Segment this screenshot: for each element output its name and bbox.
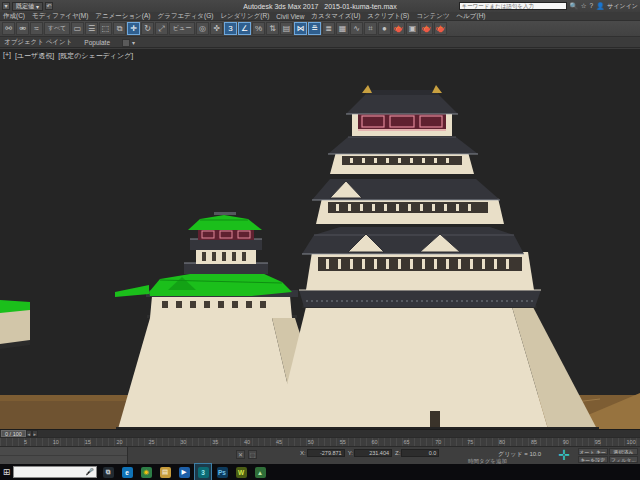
- selection-lock-icon[interactable]: ✕: [236, 450, 245, 459]
- menu-item[interactable]: スクリプト(S): [367, 12, 409, 21]
- movies-app-icon[interactable]: ▶: [176, 464, 192, 480]
- align-icon[interactable]: ≞: [308, 22, 321, 35]
- menu-item[interactable]: カスタマイズ(U): [311, 12, 360, 21]
- menu-item[interactable]: 作成(C): [3, 12, 25, 21]
- mirror-icon[interactable]: ⋈: [294, 22, 307, 35]
- crossing-selection-icon[interactable]: ⧉: [113, 22, 126, 35]
- taskbar-search-input[interactable]: 🎤: [13, 466, 97, 478]
- menu-item[interactable]: モディファイヤ(M): [32, 12, 88, 21]
- viewport[interactable]: [+] [ユーザ透視] [既定のシェーディング]: [0, 49, 640, 429]
- render-iterative-icon[interactable]: 🫖: [434, 22, 447, 35]
- layer-manager-icon[interactable]: ≣: [322, 22, 335, 35]
- select-and-link-icon[interactable]: ⚯: [2, 22, 15, 35]
- schematic-view-icon[interactable]: ⌗: [364, 22, 377, 35]
- time-slider-value[interactable]: 0 / 100: [1, 430, 26, 437]
- next-frame-icon[interactable]: ▸: [32, 430, 38, 437]
- viewport-general-menu[interactable]: [+]: [3, 51, 11, 61]
- viewport-shading-menu[interactable]: [既定のシェーディング]: [58, 51, 133, 61]
- file-explorer-icon[interactable]: ▤: [157, 464, 173, 480]
- key-filters-button[interactable]: フィルタ...: [609, 456, 639, 463]
- menu-item[interactable]: アニメーション(A): [95, 12, 150, 21]
- edit-named-selection-icon[interactable]: ▤: [280, 22, 293, 35]
- rendered-frame-icon[interactable]: ▣: [406, 22, 419, 35]
- workspace-selector[interactable]: 既定値 ▾: [12, 2, 43, 11]
- select-and-move-icon[interactable]: ✛: [127, 22, 140, 35]
- angle-snap-icon[interactable]: ∠: [238, 22, 251, 35]
- use-pivot-point-icon[interactable]: ◎: [196, 22, 209, 35]
- sign-in-link[interactable]: サインイン: [607, 2, 638, 11]
- status-bar: ✕ ⬚ X: -279.871 Y: 231.404 Z: 0.0 グリッド =…: [0, 446, 640, 464]
- microphone-icon[interactable]: 🎤: [85, 468, 94, 476]
- green-landscape-app-icon[interactable]: ▲: [252, 464, 268, 480]
- rectangular-selection-region-icon[interactable]: ⬚: [99, 22, 112, 35]
- render-production-icon[interactable]: 🫖: [420, 22, 433, 35]
- maxscript-mini-listener[interactable]: [0, 447, 128, 465]
- z-coordinate-field[interactable]: 0.0: [401, 449, 439, 457]
- selection-filter-dropdown[interactable]: すべて: [44, 22, 70, 35]
- bandicam-icon[interactable]: W: [233, 464, 249, 480]
- undo-icon[interactable]: ↶: [45, 2, 53, 10]
- workspace-label: 既定値: [16, 2, 34, 11]
- set-key-button[interactable]: キーを設定: [578, 456, 608, 463]
- curve-editor-icon[interactable]: ∿: [350, 22, 363, 35]
- select-and-rotate-icon[interactable]: ↻: [141, 22, 154, 35]
- menu-item[interactable]: Civil View: [276, 13, 304, 20]
- chevron-down-icon: ▾: [36, 3, 39, 10]
- frame-label: 100: [627, 439, 636, 445]
- menu-item[interactable]: ヘルプ(H): [457, 12, 486, 21]
- ribbon-tab-populate[interactable]: Populate: [84, 39, 110, 46]
- frame-label: 75: [467, 439, 473, 445]
- menu-item[interactable]: コンテンツ: [416, 12, 449, 21]
- menu-item[interactable]: レンダリング(R): [220, 12, 269, 21]
- edge-browser-icon[interactable]: e: [119, 464, 135, 480]
- frame-label: 60: [372, 439, 378, 445]
- save-file-icon[interactable]: ▾: [2, 2, 10, 10]
- 3dsmax-window: ▾ 既定値 ▾ ↶ Autodesk 3ds Max 2017 2015-01-…: [0, 0, 640, 480]
- select-and-scale-icon[interactable]: ⤢: [155, 22, 168, 35]
- frame-label: 70: [435, 439, 441, 445]
- bind-to-space-warp-icon[interactable]: ≈: [30, 22, 43, 35]
- task-view-icon[interactable]: ⧉: [100, 464, 116, 480]
- frame-label: 5: [24, 439, 27, 445]
- chrome-browser-icon[interactable]: ◉: [138, 464, 154, 480]
- y-coordinate-field[interactable]: 231.404: [354, 449, 392, 457]
- track-bar[interactable]: 5101520253035404550556065707580859095100: [0, 437, 640, 446]
- select-by-name-icon[interactable]: ☰: [85, 22, 98, 35]
- frame-label: 25: [148, 439, 154, 445]
- avatar[interactable]: 👤: [596, 2, 604, 10]
- material-editor-icon[interactable]: ●: [378, 22, 391, 35]
- auto-key-button[interactable]: オート キー: [578, 448, 608, 455]
- snap-toggle-3d-icon[interactable]: 3: [224, 22, 237, 35]
- reference-coordinate-dropdown[interactable]: ビュー: [169, 22, 195, 35]
- frame-label: 30: [180, 439, 186, 445]
- transform-type-in: X: -279.871 Y: 231.404 Z: 0.0: [300, 449, 439, 457]
- spinner-snap-icon[interactable]: ⇅: [266, 22, 279, 35]
- photoshop-icon[interactable]: Ps: [214, 464, 230, 480]
- unlink-selection-icon[interactable]: ⚮: [16, 22, 29, 35]
- start-button[interactable]: ⊞: [0, 464, 13, 480]
- 3dsmax-icon[interactable]: 3: [195, 464, 211, 480]
- percent-snap-icon[interactable]: %: [252, 22, 265, 35]
- search-icon[interactable]: 🔍: [570, 2, 578, 10]
- viewport-label: [+] [ユーザ透視] [既定のシェーディング]: [3, 51, 133, 61]
- star-icon[interactable]: ☆: [581, 2, 587, 10]
- frame-label: 15: [85, 439, 91, 445]
- select-object-icon[interactable]: ▭: [71, 22, 84, 35]
- help-icon[interactable]: ?: [590, 2, 594, 10]
- infocenter-search-input[interactable]: キーワードまたは語句を入力: [459, 2, 567, 10]
- pan-view-icon[interactable]: ✛: [556, 448, 572, 464]
- time-slider[interactable]: 0 / 100 ◂ ▸: [0, 429, 640, 437]
- ribbon-tab-object-paint[interactable]: オブジェクト ペイント: [4, 38, 72, 47]
- viewport-pov-menu[interactable]: [ユーザ透視]: [15, 51, 54, 61]
- frame-label: 80: [499, 439, 505, 445]
- absolute-mode-icon[interactable]: ⬚: [248, 450, 257, 459]
- menu-item[interactable]: グラフエディタ(G): [157, 12, 213, 21]
- graphite-ribbon-icon[interactable]: ▦: [336, 22, 349, 35]
- x-coordinate-field[interactable]: -279.871: [307, 449, 345, 457]
- far-left-wall[interactable]: [0, 300, 30, 349]
- select-and-manipulate-icon[interactable]: ✜: [210, 22, 223, 35]
- ribbon-minimize-control[interactable]: ▾: [122, 39, 135, 47]
- selection-set-dropdown[interactable]: 選択済み: [609, 448, 639, 455]
- render-setup-icon[interactable]: 🫖: [392, 22, 405, 35]
- viewport-3d-scene[interactable]: [0, 49, 640, 429]
